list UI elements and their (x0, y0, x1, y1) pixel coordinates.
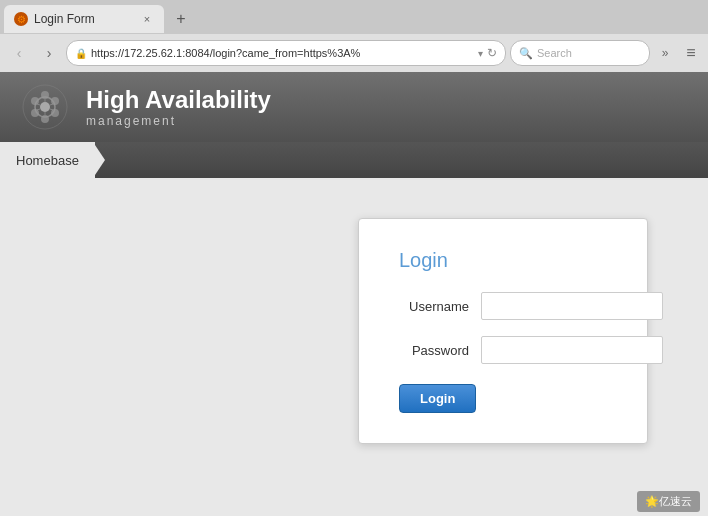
hamburger-icon: ≡ (686, 44, 695, 62)
svg-line-10 (50, 104, 53, 105)
back-button[interactable]: ‹ (6, 40, 32, 66)
extensions-button[interactable]: » (654, 42, 676, 64)
tab-close-button[interactable]: × (140, 12, 154, 26)
watermark-text: 🌟亿速云 (645, 495, 692, 507)
tab-favicon-icon (14, 12, 28, 26)
svg-point-8 (40, 102, 50, 112)
svg-point-5 (41, 115, 49, 123)
svg-line-11 (50, 109, 53, 110)
main-content: Login Username Password Login (0, 178, 708, 516)
back-icon: ‹ (17, 45, 22, 61)
username-row: Username (399, 292, 607, 320)
menu-button[interactable]: ≡ (680, 42, 702, 64)
url-dropdown-icon: ▾ (478, 48, 483, 59)
new-tab-button[interactable]: + (168, 6, 194, 32)
password-input[interactable] (481, 336, 663, 364)
svg-line-14 (37, 104, 40, 105)
url-bar[interactable]: 🔒 https://172.25.62.1:8084/login?came_fr… (66, 40, 506, 66)
svg-line-13 (37, 109, 40, 110)
tab-bar: Login Form × + (0, 0, 708, 34)
username-input[interactable] (481, 292, 663, 320)
app-content: High Availability management Homebase Lo… (0, 72, 708, 516)
nav-bar: Homebase (0, 142, 708, 178)
forward-icon: › (47, 45, 52, 61)
login-button[interactable]: Login (399, 384, 476, 413)
chevron-right-icon: » (662, 46, 669, 60)
password-label: Password (399, 343, 469, 358)
app-title: High Availability (86, 86, 271, 115)
watermark: 🌟亿速云 (637, 491, 700, 512)
nav-item-homebase[interactable]: Homebase (0, 142, 95, 178)
header-text: High Availability management (86, 86, 271, 129)
tab-title: Login Form (34, 12, 95, 26)
nav-item-label: Homebase (16, 153, 79, 168)
nav-arrow-icon (93, 142, 105, 178)
search-bar[interactable]: 🔍 Search (510, 40, 650, 66)
browser-chrome: Login Form × + ‹ › 🔒 https://172.25.62.1… (0, 0, 708, 72)
app-subtitle: management (86, 114, 271, 128)
forward-button[interactable]: › (36, 40, 62, 66)
search-icon: 🔍 (519, 47, 533, 60)
app-logo (20, 82, 70, 132)
lock-icon: 🔒 (75, 48, 87, 59)
address-bar: ‹ › 🔒 https://172.25.62.1:8084/login?cam… (0, 34, 708, 72)
login-card: Login Username Password Login (358, 218, 648, 444)
username-label: Username (399, 299, 469, 314)
svg-point-2 (41, 91, 49, 99)
refresh-button[interactable]: ↻ (487, 46, 497, 60)
login-title: Login (399, 249, 607, 272)
app-header: High Availability management (0, 72, 708, 142)
search-placeholder: Search (537, 47, 572, 59)
browser-tab[interactable]: Login Form × (4, 5, 164, 33)
url-text: https://172.25.62.1:8084/login?came_from… (91, 47, 474, 59)
password-row: Password (399, 336, 607, 364)
